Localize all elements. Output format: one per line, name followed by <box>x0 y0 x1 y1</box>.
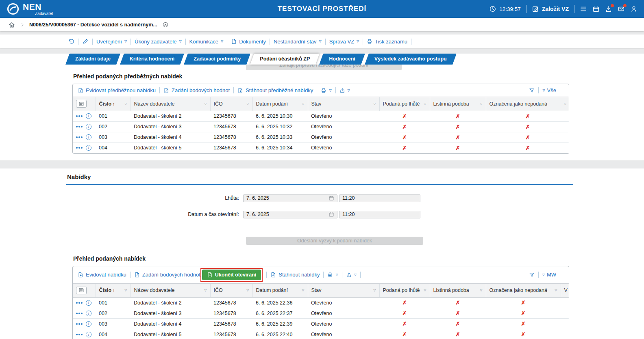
tab-podani-ucastniku-zp[interactable]: Podání účastníků ZP <box>251 54 319 65</box>
column-header-ico[interactable]: IČO▽ <box>210 283 252 298</box>
row-menu-icon[interactable] <box>76 334 83 335</box>
filter-preset-value[interactable]: MW <box>547 272 556 278</box>
row-menu-icon[interactable] <box>76 136 83 138</box>
column-filter-caret-icon[interactable]: ▽ <box>124 102 127 106</box>
column-header-v[interactable]: V▽ <box>561 283 569 298</box>
lhuta-date-field[interactable]: 7. 6. 2025 <box>243 194 337 202</box>
close-record-button[interactable] <box>162 22 169 28</box>
column-header-status[interactable]: Stav▽ <box>308 283 379 298</box>
otevirani-time-field[interactable]: 11:20 <box>339 211 420 218</box>
filter-preset-caret-icon[interactable]: ▽ <box>542 89 545 92</box>
stahnout-predbezne-nabidky-button[interactable]: Stáhnout předběžné nabídky <box>237 87 313 93</box>
print-table-button[interactable]: ▽ <box>327 272 338 278</box>
zadani-bodovych-hodnot-button[interactable]: Zadání bodových hodnot <box>134 272 200 278</box>
column-filter-caret-icon[interactable]: ▽ <box>373 102 376 106</box>
breadcrumb-record[interactable]: N006/25/V00005367 - Detekce vozidel s na… <box>29 22 157 28</box>
column-filter-caret-icon[interactable]: ▽ <box>424 102 426 106</box>
column-filter-caret-icon[interactable]: ▽ <box>124 289 127 292</box>
menu-sprava-vz[interactable]: Správa VZ▽ <box>329 39 359 45</box>
menu-dokumenty[interactable]: Dokumenty <box>231 39 266 45</box>
column-header-late[interactable]: Podaná po lhůtě▽ <box>379 97 430 111</box>
lhuta-time-field[interactable]: 11:20 <box>339 194 420 202</box>
column-filter-caret-icon[interactable]: ▽ <box>204 102 207 106</box>
tab-kriteria-hodnoceni[interactable]: Kritéria hodnocení <box>121 54 183 65</box>
column-header-date[interactable]: Datum podání▽ <box>252 97 308 111</box>
row-menu-icon[interactable] <box>76 302 83 304</box>
column-chooser[interactable] <box>73 283 96 298</box>
column-filter-caret-icon[interactable]: ▽ <box>480 289 482 292</box>
calendar-icon[interactable] <box>329 212 334 217</box>
row-menu-icon[interactable] <box>76 323 83 325</box>
menu-uverejneni[interactable]: Uveřejnění▽ <box>96 39 127 45</box>
table-row[interactable]: i002Dodavatel - školení 3123456786. 6. 2… <box>73 121 569 132</box>
export-table-button[interactable]: ▽ <box>346 272 357 278</box>
messages-button[interactable] <box>618 5 625 13</box>
row-menu-icon[interactable] <box>76 126 83 127</box>
column-header-ico[interactable]: IČO▽ <box>210 97 252 111</box>
nen-logo[interactable]: NEN Zadavatel <box>7 2 53 16</box>
column-header-num[interactable]: Číslo↑▽ <box>96 97 131 111</box>
menu-tisk-zaznamu[interactable]: Tisk záznamu <box>367 39 407 45</box>
column-filter-caret-icon[interactable]: ▽ <box>480 102 482 106</box>
menu-nestandardni-stav[interactable]: Nestandardní stav▽ <box>274 39 322 45</box>
menu-komunikace[interactable]: Komunikace▽ <box>189 39 224 45</box>
column-header-late[interactable]: Podaná po lhůtě▽ <box>379 283 430 298</box>
column-header-paper[interactable]: Listinná podoba▽ <box>430 97 486 111</box>
column-chooser-icon[interactable] <box>76 100 87 108</box>
filter-preset-value[interactable]: Vše <box>547 87 556 93</box>
column-chooser-icon[interactable] <box>76 287 87 294</box>
column-chooser[interactable] <box>73 97 96 111</box>
row-menu-icon[interactable] <box>76 313 83 314</box>
tab-zakladni-udaje[interactable]: Základní údaje <box>66 54 120 65</box>
menu-ukony-zadavatele[interactable]: Úkony zadavatele▽ <box>135 39 182 45</box>
column-header-paper[interactable]: Listinná podoba▽ <box>430 283 486 298</box>
table-row[interactable]: i004Dodavatel - školení 5123456786. 6. 2… <box>73 329 569 339</box>
tab-hodnoceni[interactable]: Hodnocení <box>320 54 364 65</box>
column-header-supplier[interactable]: Název dodavatele▽ <box>131 97 210 111</box>
menu-button[interactable] <box>580 5 587 13</box>
stahnout-nabidky-button[interactable]: Stáhnout nabídky <box>270 272 320 278</box>
column-filter-caret-icon[interactable]: ▽ <box>373 289 376 292</box>
column-filter-caret-icon[interactable]: ▽ <box>302 289 304 292</box>
column-header-date[interactable]: Datum podání▽ <box>252 283 308 298</box>
row-info-icon[interactable]: i <box>86 300 91 306</box>
row-info-icon[interactable]: i <box>86 134 91 140</box>
row-info-icon[interactable]: i <box>86 332 91 337</box>
column-header-num[interactable]: Číslo↑▽ <box>96 283 131 298</box>
column-header-notsub[interactable]: Označena jako nepodaná▽ <box>486 97 569 111</box>
create-vz-button[interactable]: Založit VZ <box>532 5 569 13</box>
filter-preset-caret-icon[interactable]: ▽ <box>542 273 545 276</box>
export-table-button[interactable]: ▽ <box>339 88 350 93</box>
profile-button[interactable] <box>630 5 637 13</box>
filter-button[interactable] <box>529 88 535 93</box>
column-filter-caret-icon[interactable]: ▽ <box>246 102 249 106</box>
row-menu-icon[interactable] <box>76 115 83 117</box>
column-filter-caret-icon[interactable]: ▽ <box>302 102 304 106</box>
otevirani-date-field[interactable]: 7. 6. 2025 <box>243 211 337 218</box>
calendar-button[interactable] <box>592 5 600 13</box>
table-row[interactable]: i001Dodavatel - školení 2123456786. 6. 2… <box>73 298 569 308</box>
refresh-button[interactable] <box>68 38 74 45</box>
row-info-icon[interactable]: i <box>86 311 91 316</box>
table-row[interactable]: i003Dodavatel - školení 4123456786. 6. 2… <box>73 319 569 329</box>
column-filter-caret-icon[interactable]: ▽ <box>564 102 566 106</box>
column-filter-caret-icon[interactable]: ▽ <box>424 289 426 292</box>
tab-zadavaci-podminky[interactable]: Zadávací podmínky <box>185 54 250 65</box>
column-filter-caret-icon[interactable]: ▽ <box>555 289 557 292</box>
row-menu-icon[interactable] <box>76 147 83 149</box>
ukoncit-otevirani-button[interactable]: Ukončit otevírání <box>202 270 261 280</box>
tab-vysledek-zadavaciho-postupu[interactable]: Výsledek zadávacího postupu <box>366 54 456 65</box>
downloads-button[interactable] <box>605 5 612 13</box>
edit-record-button[interactable] <box>82 38 89 45</box>
zadani-bodovych-hodnot-button[interactable]: Zadání bodových hodnot <box>163 87 230 93</box>
calendar-icon[interactable] <box>329 195 334 201</box>
evidovat-predbeznou-nabidku-button[interactable]: Evidovat předběžnou nabídku <box>78 87 156 93</box>
table-row[interactable]: i001Dodavatel - školení 2123456786. 6. 2… <box>73 111 569 121</box>
column-header-supplier[interactable]: Název dodavatele▽ <box>131 283 210 298</box>
column-header-notsub[interactable]: Označena jako nepodaná▽ <box>486 283 561 298</box>
row-info-icon[interactable]: i <box>86 124 91 130</box>
column-filter-caret-icon[interactable]: ▽ <box>246 289 249 292</box>
print-table-button[interactable]: ▽ <box>321 88 331 93</box>
column-filter-caret-icon[interactable]: ▽ <box>204 289 207 292</box>
row-info-icon[interactable]: i <box>86 321 91 327</box>
